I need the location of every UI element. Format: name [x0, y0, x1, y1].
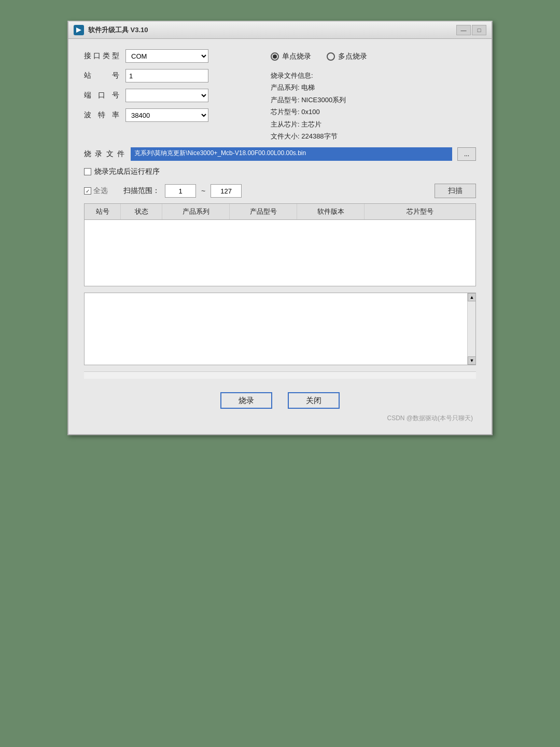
scroll-up-btn[interactable]: ▲ [468, 293, 476, 301]
scan-row: ✓ 全选 扫描范围： ~ 扫描 [84, 184, 476, 198]
vertical-scrollbar[interactable]: ▲ ▼ [467, 293, 475, 365]
single-burn-label: 单点烧录 [282, 52, 311, 61]
port-label: 端口号 [84, 91, 120, 100]
horizontal-scrollbar[interactable] [84, 371, 476, 379]
interface-label: 接口类型 [84, 51, 120, 61]
window-controls: — □ [456, 25, 486, 35]
log-box: ▲ ▼ [84, 293, 476, 365]
th-version: 软件版本 [297, 204, 365, 219]
window-title: 软件升级工具 V3.10 [88, 25, 452, 35]
scan-start-input[interactable] [165, 184, 196, 198]
scan-end-input[interactable] [211, 184, 242, 198]
window-body: 接口类型 COMUSB网络 站 号 端口号 波特率 [68, 39, 492, 434]
burn-file-label: 烧录文件 [84, 149, 125, 159]
burn-file-row: 烧录文件 克系列\莫纳克更新\Nice3000+_Mcb-V18.00F00.0… [84, 147, 476, 161]
select-all-label: 全选 [93, 186, 108, 196]
multi-burn-label: 多点烧录 [338, 52, 367, 61]
baud-row: 波特率 9600192003840057600115200 [84, 108, 250, 122]
close-button[interactable]: 关闭 [288, 392, 340, 409]
table-body [85, 220, 475, 282]
station-row: 站 号 [84, 69, 250, 82]
burn-button[interactable]: 烧录 [220, 392, 272, 409]
title-bar: 软件升级工具 V3.10 — □ [68, 22, 492, 39]
single-radio-dot [271, 52, 279, 61]
select-all-checkbox[interactable]: ✓ [84, 187, 91, 195]
run-after-row: 烧录完成后运行程序 [84, 167, 476, 176]
right-section: 单点烧录 多点烧录 烧录文件信息: 产品系列: 电梯 产品型号: NICE300… [271, 49, 476, 142]
single-burn-radio[interactable]: 单点烧录 [271, 52, 311, 61]
form-section: 接口类型 COMUSB网络 站 号 端口号 波特率 [84, 49, 476, 142]
station-input[interactable] [125, 69, 208, 82]
file-info-box: 烧录文件信息: 产品系列: 电梯 产品型号: NICE3000系列 芯片型号: … [271, 70, 476, 142]
th-status: 状态 [121, 204, 162, 219]
port-select[interactable] [125, 89, 208, 102]
footer-buttons: 烧录 关闭 [84, 387, 476, 412]
th-station: 站号 [85, 204, 121, 219]
run-after-label: 烧录完成后运行程序 [94, 167, 160, 176]
baud-label: 波特率 [84, 110, 120, 120]
tilde-symbol: ~ [201, 187, 205, 195]
burn-file-path[interactable]: 克系列\莫纳克更新\Nice3000+_Mcb-V18.00F00.00L00.… [131, 147, 452, 161]
main-window: 软件升级工具 V3.10 — □ 接口类型 COMUSB网络 站 号 [67, 21, 493, 435]
baud-select[interactable]: 9600192003840057600115200 [125, 108, 208, 122]
scroll-down-btn[interactable]: ▼ [468, 356, 476, 365]
minimize-button[interactable]: — [456, 25, 471, 35]
info-chip: 芯片型号: 0x100 [271, 106, 476, 118]
info-size: 文件大小: 224388字节 [271, 130, 476, 142]
left-form: 接口类型 COMUSB网络 站 号 端口号 波特率 [84, 49, 250, 142]
th-model: 产品型号 [230, 204, 297, 219]
multi-radio-dot [327, 52, 335, 61]
app-icon [74, 25, 84, 35]
info-series: 产品系列: 电梯 [271, 81, 476, 93]
info-title: 烧录文件信息: [271, 70, 476, 81]
browse-button[interactable]: ... [457, 147, 476, 161]
th-series: 产品系列 [162, 204, 230, 219]
th-chip: 芯片型号 [365, 204, 475, 219]
radio-group: 单点烧录 多点烧录 [271, 52, 476, 61]
select-all-group[interactable]: ✓ 全选 [84, 186, 108, 196]
interface-row: 接口类型 COMUSB网络 [84, 49, 250, 63]
port-row: 端口号 [84, 89, 250, 102]
run-after-checkbox[interactable] [84, 168, 91, 175]
scroll-track [468, 301, 475, 356]
maximize-button[interactable]: □ [472, 25, 486, 35]
data-table: 站号 状态 产品系列 产品型号 软件版本 芯片型号 [84, 203, 476, 286]
interface-select[interactable]: COMUSB网络 [125, 49, 208, 63]
station-label: 站 号 [84, 71, 120, 80]
info-model: 产品型号: NICE3000系列 [271, 94, 476, 106]
scan-button[interactable]: 扫描 [435, 184, 476, 198]
watermark: CSDN @数据驱动(本号只聊天) [84, 412, 476, 424]
multi-burn-radio[interactable]: 多点烧录 [327, 52, 367, 61]
table-header: 站号 状态 产品系列 产品型号 软件版本 芯片型号 [85, 204, 475, 220]
info-master-slave: 主从芯片: 主芯片 [271, 118, 476, 130]
scan-range-label: 扫描范围： [123, 186, 160, 196]
